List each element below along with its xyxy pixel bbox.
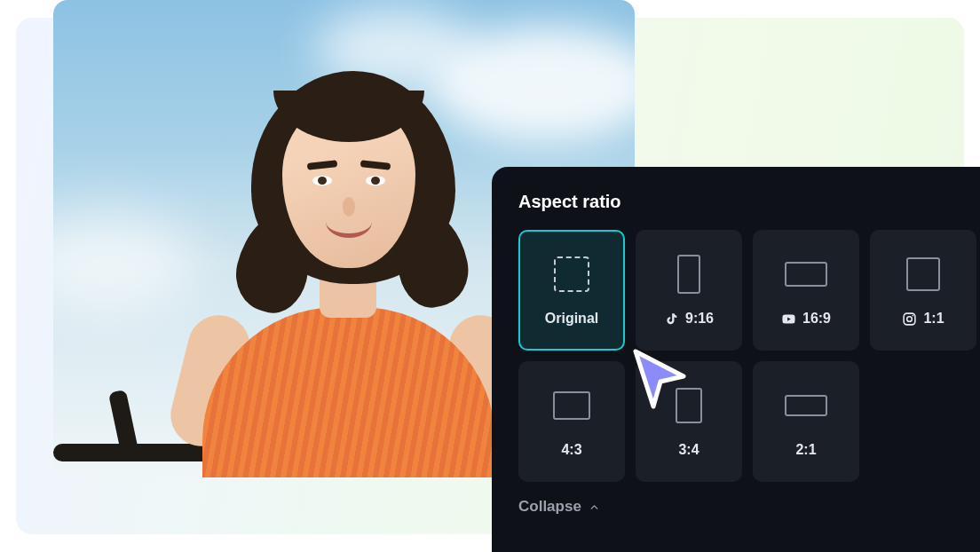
ratio-shape-preview bbox=[677, 255, 700, 294]
aspect-ratio-tile-16-9[interactable]: 16:9 bbox=[753, 230, 859, 351]
instagram-icon bbox=[902, 311, 917, 327]
aspect-ratio-tile-original[interactable]: Original bbox=[518, 230, 625, 351]
ratio-shape-preview bbox=[554, 256, 589, 292]
aspect-ratio-grid: Original9:1616:91:14:33:42:1 bbox=[518, 230, 980, 482]
aspect-ratio-tile-1-1[interactable]: 1:1 bbox=[870, 230, 976, 351]
ratio-shape-preview bbox=[676, 388, 702, 423]
ratio-label-row: 2:1 bbox=[795, 442, 816, 458]
svg-point-1 bbox=[907, 316, 913, 321]
ratio-label-row: 16:9 bbox=[781, 311, 831, 327]
chevron-up-icon bbox=[589, 501, 600, 513]
ratio-label: 4:3 bbox=[561, 442, 581, 458]
ratio-label: 16:9 bbox=[802, 311, 831, 327]
svg-point-2 bbox=[913, 314, 914, 316]
panel-title: Aspect ratio bbox=[518, 192, 980, 212]
ratio-shape-preview bbox=[906, 257, 940, 291]
aspect-ratio-tile-9-16[interactable]: 9:16 bbox=[636, 230, 742, 351]
ratio-label-row: 4:3 bbox=[561, 442, 581, 458]
ratio-label: 9:16 bbox=[685, 311, 714, 327]
ratio-label: 1:1 bbox=[923, 311, 944, 327]
collapse-button[interactable]: Collapse bbox=[518, 498, 600, 516]
ratio-label: Original bbox=[545, 311, 598, 327]
youtube-icon bbox=[781, 311, 796, 327]
aspect-ratio-panel: Aspect ratio Original9:1616:91:14:33:42:… bbox=[492, 167, 980, 552]
ratio-shape-preview bbox=[553, 391, 590, 420]
ratio-label-row: 3:4 bbox=[678, 442, 699, 458]
ratio-shape-preview bbox=[785, 395, 827, 416]
tiktok-icon bbox=[664, 311, 679, 327]
aspect-ratio-tile-3-4[interactable]: 3:4 bbox=[636, 361, 742, 482]
ratio-label-row: 1:1 bbox=[902, 311, 944, 327]
ratio-label: 2:1 bbox=[795, 442, 816, 458]
ratio-label-row: 9:16 bbox=[664, 311, 714, 327]
ratio-label-row: Original bbox=[545, 311, 598, 327]
aspect-ratio-tile-2-1[interactable]: 2:1 bbox=[753, 361, 859, 482]
ratio-shape-preview bbox=[785, 262, 827, 287]
ratio-label: 3:4 bbox=[678, 442, 699, 458]
aspect-ratio-tile-4-3[interactable]: 4:3 bbox=[518, 361, 625, 482]
collapse-label: Collapse bbox=[518, 498, 581, 516]
